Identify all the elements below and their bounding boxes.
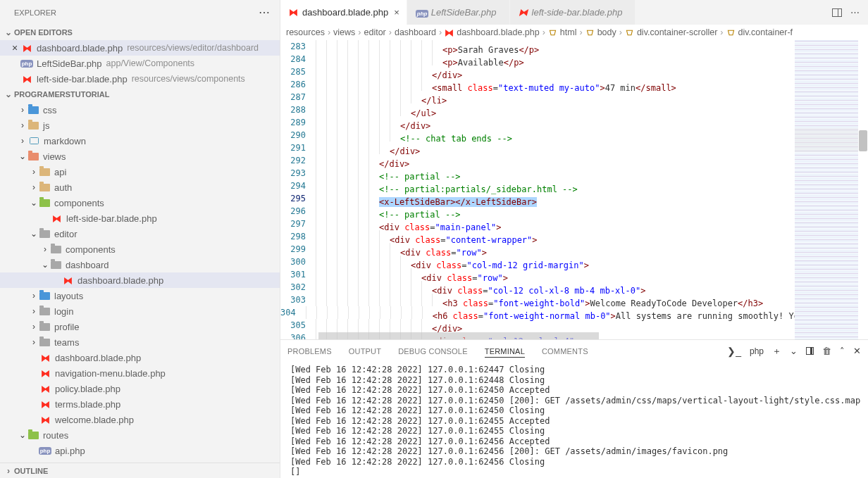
- tree-folder[interactable]: ›teams: [0, 334, 280, 350]
- code-line[interactable]: 304<h6 class="font-weight-normal mb-0">A…: [280, 306, 795, 319]
- code-line[interactable]: 294<!-- partial:partials/_sidebar.html -…: [280, 180, 795, 192]
- kill-terminal-icon[interactable]: 🗑: [822, 346, 831, 356]
- breadcrumb-segment[interactable]: dashboard.blade.php: [457, 27, 539, 37]
- editor-tab[interactable]: ⧓left-side-bar.blade.php: [510, 0, 636, 25]
- file-name: LeftSideBar.php: [37, 58, 102, 69]
- symbol-icon: [625, 28, 634, 37]
- breadcrumb-segment[interactable]: resources: [286, 27, 325, 37]
- tree-folder[interactable]: ›layouts: [0, 288, 280, 303]
- open-editor-item[interactable]: ×⧓dashboard.blade.phpresources/views/edi…: [0, 40, 280, 56]
- minimap[interactable]: [795, 40, 858, 339]
- open-editor-item[interactable]: phpLeftSideBar.phpapp/View/Components: [0, 56, 280, 71]
- code-line[interactable]: 285</div>: [280, 65, 795, 78]
- tree-file[interactable]: ⧓policy.blade.php: [0, 381, 280, 396]
- code-line[interactable]: 290<!-- chat tab ends -->: [280, 129, 795, 141]
- split-editor-icon[interactable]: [832, 8, 842, 17]
- chevron-up-icon[interactable]: ˄: [840, 346, 845, 356]
- breadcrumb-segment[interactable]: views: [333, 27, 355, 37]
- code-line[interactable]: 293<!-- partial -->: [280, 167, 795, 180]
- tree-label: welcome.blade.php: [55, 415, 134, 425]
- close-panel-icon[interactable]: ✕: [853, 346, 861, 356]
- tree-folder[interactable]: ›css: [0, 102, 280, 118]
- code-line[interactable]: 302<div class="col-12 col-xl-8 mb-4 mb-x…: [280, 281, 795, 294]
- tree-folder[interactable]: ⌄components: [0, 195, 280, 210]
- tree-file[interactable]: phpapi.php: [0, 443, 280, 458]
- folder-icon: [39, 308, 50, 315]
- tab-terminal[interactable]: TERMINAL: [485, 345, 525, 358]
- tab-comments[interactable]: COMMENTS: [542, 347, 588, 356]
- laravel-icon: ⧓: [39, 384, 51, 394]
- terminal-launch-icon[interactable]: ❯_: [727, 346, 741, 357]
- breadcrumbs[interactable]: resources›views›editor›dashboard›⧓dashbo…: [280, 25, 868, 40]
- code-line[interactable]: 300<div class="col-md-12 grid-margin">: [280, 256, 795, 268]
- tree-file[interactable]: ⧓welcome.blade.php: [0, 412, 280, 427]
- tree-folder[interactable]: ⌄dashboard: [0, 257, 280, 272]
- outline-header[interactable]: › OUTLINE: [0, 463, 280, 478]
- line-number: 290: [280, 129, 316, 141]
- code-line[interactable]: 289</div>: [280, 116, 795, 129]
- open-editors-header[interactable]: ⌄ OPEN EDITORS: [0, 25, 280, 40]
- tree-file[interactable]: ⧓left-side-bar.blade.php: [0, 210, 280, 226]
- breadcrumb-segment[interactable]: body: [597, 27, 616, 37]
- chevron-right-icon: ›: [28, 337, 39, 347]
- tree-folder[interactable]: ›login: [0, 303, 280, 319]
- tree-folder[interactable]: ⌄editor: [0, 226, 280, 241]
- breadcrumb-segment[interactable]: editor: [364, 27, 386, 37]
- editor-tab[interactable]: ⧓dashboard.blade.php×: [280, 0, 407, 25]
- project-header[interactable]: ⌄ PROGRAMERSTUTORIAL: [0, 87, 280, 102]
- line-number: 294: [280, 180, 316, 192]
- code-line[interactable]: 292</div>: [280, 154, 795, 167]
- code-line[interactable]: 303<h3 class="font-weight-bold">Welcome …: [280, 294, 795, 306]
- explorer-more-icon[interactable]: ⋯: [259, 6, 270, 19]
- close-tab-icon[interactable]: ×: [394, 7, 399, 18]
- code-line[interactable]: 286<small class="text-muted my-auto">47 …: [280, 78, 795, 91]
- tab-debug-console[interactable]: DEBUG CONSOLE: [398, 347, 468, 356]
- tree-folder[interactable]: ›profile: [0, 319, 280, 334]
- tree-file[interactable]: ⧓terms.blade.php: [0, 396, 280, 412]
- terminal-output[interactable]: [Wed Feb 16 12:42:28 2022] 127.0.0.1:624…: [280, 362, 868, 478]
- vertical-scrollbar[interactable]: [858, 40, 868, 339]
- code-editor[interactable]: 283<p>Sarah Graves</p>284<p>Available</p…: [280, 40, 795, 339]
- terminal-dropdown-icon[interactable]: ⌄: [790, 346, 798, 356]
- open-editor-item[interactable]: ⧓left-side-bar.blade.phpresources/views/…: [0, 71, 280, 87]
- line-content: <h3 class="font-weight-bold">Welcome Rea…: [316, 294, 763, 306]
- code-line[interactable]: 288</ul>: [280, 103, 795, 116]
- terminal-kind-label[interactable]: php: [750, 346, 764, 356]
- tab-problems[interactable]: PROBLEMS: [287, 347, 332, 356]
- more-actions-icon[interactable]: ⋯: [850, 7, 860, 18]
- tab-output[interactable]: OUTPUT: [349, 347, 381, 356]
- file-path: resources/views/components: [132, 74, 245, 84]
- tree-folder[interactable]: ›components: [0, 241, 280, 257]
- breadcrumb-separator: ›: [439, 27, 442, 37]
- tree-folder[interactable]: ⌄views: [0, 149, 280, 164]
- line-content: <div class="row">: [316, 268, 508, 281]
- close-editor-icon[interactable]: ×: [8, 42, 21, 54]
- code-line[interactable]: 298<div class="content-wrapper">: [280, 230, 795, 243]
- editor-tab[interactable]: phpLeftSideBar.php: [407, 0, 510, 25]
- tree-file[interactable]: ⧓navigation-menu.blade.php: [0, 365, 280, 381]
- line-content: </li>: [316, 91, 447, 103]
- code-line[interactable]: 291</div>: [280, 141, 795, 154]
- tree-file[interactable]: ⧓dashboard.blade.php: [0, 272, 280, 288]
- code-line[interactable]: 283<p>Sarah Graves</p>: [280, 40, 795, 53]
- outline-label: OUTLINE: [14, 467, 48, 475]
- breadcrumb-segment[interactable]: div.container-f: [738, 27, 793, 37]
- explorer-title: EXPLORER: [14, 8, 259, 17]
- tree-label: auth: [54, 182, 72, 193]
- breadcrumb-segment[interactable]: div.container-scroller: [637, 27, 717, 37]
- tree-folder[interactable]: ›js: [0, 118, 280, 133]
- open-editors-list: ×⧓dashboard.blade.phpresources/views/edi…: [0, 40, 280, 87]
- tree-folder[interactable]: ›markdown: [0, 133, 280, 149]
- new-terminal-icon[interactable]: ＋: [772, 345, 781, 358]
- tree-folder[interactable]: ›api: [0, 164, 280, 180]
- horizontal-scrollbar[interactable]: [318, 332, 795, 339]
- tree-folder[interactable]: ›auth: [0, 180, 280, 195]
- breadcrumb-segment[interactable]: html: [560, 27, 577, 37]
- code-line[interactable]: 299<div class="row">: [280, 243, 795, 256]
- tree-folder[interactable]: ⌄routes: [0, 427, 280, 443]
- tree-file[interactable]: ⧓dashboard.blade.php: [0, 350, 280, 365]
- tree-label: dashboard.blade.php: [55, 353, 141, 363]
- code-line[interactable]: 297<div class="main-panel">: [280, 218, 795, 230]
- split-terminal-icon[interactable]: [806, 347, 814, 355]
- breadcrumb-segment[interactable]: dashboard: [395, 27, 436, 37]
